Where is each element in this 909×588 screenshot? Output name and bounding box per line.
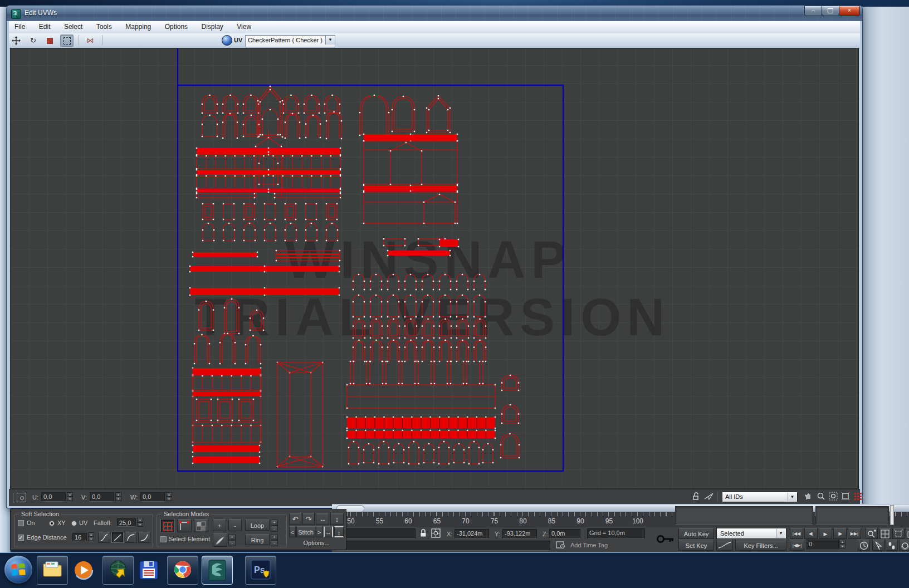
start-button[interactable] — [4, 556, 32, 584]
zoom-extents-all-icon[interactable] — [892, 528, 905, 539]
auto-key-button[interactable]: Auto Key — [678, 528, 714, 539]
move-tool-icon[interactable] — [9, 35, 23, 47]
key-filters-button[interactable]: Key Filters... — [735, 540, 786, 551]
rotate-cw-button[interactable]: ↷ — [302, 513, 315, 525]
stitch-right-button[interactable]: > — [316, 526, 322, 537]
zoom-icon[interactable] — [817, 492, 828, 503]
orbit-icon[interactable] — [899, 540, 909, 551]
rotate-tool-icon[interactable]: ↻ — [26, 35, 40, 47]
menu-view[interactable]: View — [231, 21, 257, 33]
u-spinner[interactable]: ▲▼ — [67, 492, 73, 502]
select-element-checkbox[interactable] — [160, 536, 167, 542]
zoom-region-icon[interactable] — [829, 492, 840, 503]
options-link[interactable]: Options... — [289, 540, 344, 546]
scale-tool-icon[interactable] — [43, 35, 57, 47]
taskbar-chrome-button[interactable] — [167, 556, 198, 585]
align-vertical-button[interactable]: ↕ — [334, 526, 344, 537]
ring-button[interactable]: Ring — [245, 534, 270, 545]
dropdown-arrow-icon[interactable]: ▼ — [788, 493, 796, 501]
absolute-mode-icon[interactable] — [17, 493, 26, 502]
falloff-curve-linear-button[interactable] — [111, 532, 124, 543]
walkthrough-icon[interactable] — [886, 540, 898, 551]
filter-pelt-icon[interactable] — [704, 492, 715, 503]
uv-radio[interactable] — [71, 521, 77, 526]
falloff-input[interactable]: 25,0 — [117, 518, 136, 527]
shrink-selection-button[interactable]: - — [228, 519, 242, 531]
minimize-button[interactable]: – — [804, 6, 822, 16]
falloff-spinner[interactable]: ▲▼ — [137, 518, 143, 527]
edge-distance-checkbox[interactable]: ✓ — [18, 535, 24, 541]
previous-frame-button[interactable]: ◀| — [804, 528, 818, 539]
close-button[interactable]: × — [839, 6, 860, 16]
menu-file[interactable]: File — [9, 21, 31, 33]
freeform-tool-icon[interactable] — [60, 35, 74, 47]
menu-display[interactable]: Display — [196, 21, 229, 33]
taskbar-jdownloader-button[interactable] — [102, 556, 134, 585]
material-id-dropdown[interactable]: All IDs ▼ — [722, 492, 798, 502]
title-bar[interactable]: Ɜ Edit UVWs – × — [7, 6, 862, 21]
pan-icon[interactable] — [804, 492, 815, 503]
falloff-curve-slow-button[interactable] — [138, 532, 150, 543]
vertex-mode-button[interactable] — [160, 519, 175, 532]
next-frame-button[interactable]: |▶ — [833, 528, 847, 539]
u-input[interactable]: 0,0 — [41, 492, 66, 502]
lock-selected-icon[interactable] — [692, 492, 703, 503]
edge-distance-input[interactable]: 16 — [72, 533, 87, 541]
stitch-left-button[interactable]: < — [289, 526, 296, 537]
taskbar-explorer-button[interactable] — [37, 556, 68, 585]
loop-button[interactable]: Loop — [245, 520, 270, 531]
maxscript-mini-listener[interactable] — [335, 528, 416, 539]
go-to-end-button[interactable]: ▶▶| — [848, 528, 861, 539]
frame-spinner[interactable]: ▲▼ — [839, 540, 846, 549]
stitch-button[interactable]: Stitch — [296, 526, 315, 537]
current-frame-field[interactable]: 0 — [807, 540, 839, 550]
v-input[interactable]: 0,0 — [90, 492, 114, 502]
mirror-vertical-button[interactable]: ↕ — [330, 513, 344, 525]
transform-type-in-icon[interactable] — [431, 528, 442, 540]
set-key-button[interactable]: Set Key — [678, 540, 714, 551]
uv-editor-canvas[interactable]: WINSNAP TRIAL VERSION — [10, 48, 859, 489]
paint-select-button[interactable] — [213, 533, 227, 547]
time-configuration-icon[interactable] — [858, 540, 870, 551]
falloff-curve-fast-button[interactable] — [125, 532, 137, 543]
select-arrow-icon[interactable] — [872, 540, 884, 551]
show-map-icon[interactable] — [222, 35, 232, 46]
menu-tools[interactable]: Tools — [91, 21, 118, 33]
scroll-thumb[interactable] — [890, 505, 894, 525]
rotate-ccw-button[interactable]: ↶ — [289, 513, 301, 525]
z-coordinate-field[interactable]: 0,0m — [549, 529, 580, 538]
taskbar-3dsmax-button[interactable] — [202, 556, 233, 585]
falloff-curve-smooth-button[interactable] — [98, 532, 110, 543]
loop-spinner[interactable]: +- — [271, 520, 278, 532]
edge-mode-button[interactable] — [177, 519, 192, 532]
taskbar-media-player-icon[interactable] — [71, 558, 96, 582]
mirror-tool-icon[interactable]: ⋈ — [84, 35, 97, 47]
add-time-tag[interactable]: Add Time Tag — [570, 542, 608, 548]
restore-button[interactable] — [822, 6, 839, 16]
selection-lock-icon[interactable] — [419, 528, 430, 540]
mirror-horizontal-button[interactable]: ↔ — [316, 513, 329, 525]
key-mode-toggle[interactable]: |◀▶| — [790, 540, 804, 551]
ring-spinner[interactable]: +- — [271, 534, 278, 546]
taskbar-save-app-icon[interactable] — [137, 558, 160, 582]
align-horizontal-button[interactable]: ↔ — [324, 526, 333, 537]
dropdown-arrow-icon[interactable]: ▼ — [325, 36, 335, 45]
go-to-start-button[interactable]: |◀◀ — [790, 528, 803, 539]
keyboard-shortcut-key-icon[interactable] — [656, 532, 675, 546]
paint-spinner[interactable]: +- — [228, 534, 236, 546]
default-tangent-icon[interactable] — [716, 540, 733, 551]
menu-select[interactable]: Select — [58, 21, 88, 33]
menu-mapping[interactable]: Mapping — [120, 21, 157, 33]
zoom-extents-icon[interactable] — [841, 492, 852, 503]
dropdown-arrow-icon[interactable]: ▼ — [776, 529, 785, 538]
xy-radio[interactable] — [49, 521, 55, 526]
w-input[interactable]: 0,0 — [140, 492, 165, 502]
pan-view-icon[interactable] — [879, 528, 891, 539]
time-tag-icon[interactable] — [556, 540, 567, 551]
y-coordinate-field[interactable]: -93,122m — [502, 529, 537, 538]
play-button[interactable]: ▶ — [819, 528, 832, 539]
selection-set-dropdown[interactable]: Selected ▼ — [716, 528, 786, 539]
x-coordinate-field[interactable]: -31,024m — [454, 529, 489, 538]
face-mode-button[interactable] — [194, 519, 208, 532]
menu-edit[interactable]: Edit — [33, 21, 56, 33]
